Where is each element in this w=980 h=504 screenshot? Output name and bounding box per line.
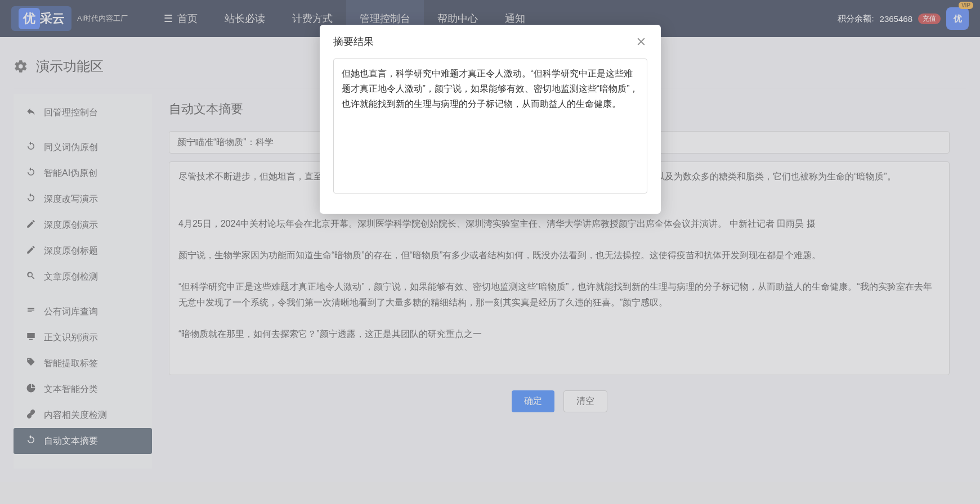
close-icon[interactable]	[635, 35, 647, 48]
modal-body: 但她也直言，科学研究中难题才真正令人激动。“但科学研究中正是这些难题才真正地令人…	[320, 58, 661, 214]
summary-modal: 摘要结果 但她也直言，科学研究中难题才真正令人激动。“但科学研究中正是这些难题才…	[320, 25, 661, 214]
modal-header: 摘要结果	[320, 25, 661, 58]
summary-result: 但她也直言，科学研究中难题才真正令人激动。“但科学研究中正是这些难题才真正地令人…	[333, 58, 647, 194]
modal-title: 摘要结果	[333, 35, 374, 48]
